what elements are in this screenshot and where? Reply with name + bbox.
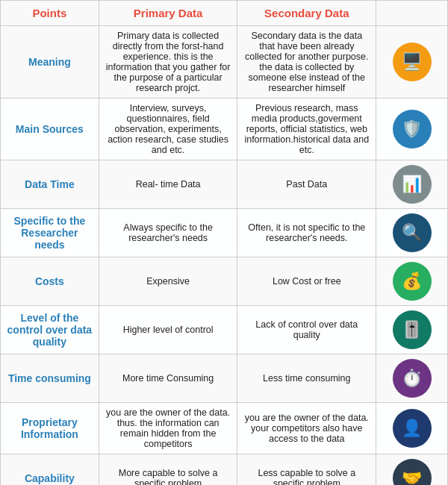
row-icon: 🎚️	[393, 310, 432, 349]
row-icon: 🔍	[393, 213, 432, 252]
cell-primary: Interview, surveys, questionnaires, fiel…	[99, 98, 237, 160]
comparison-table: Points Primary Data Secondary Data Meani…	[0, 0, 448, 485]
cell-icon: 🎚️	[376, 306, 448, 354]
table-row: MeaningPrimary data is collected directl…	[1, 26, 448, 98]
table-row: CapabilityMore capable to solve a specif…	[1, 454, 448, 486]
cell-primary: Higher level of control	[99, 306, 237, 354]
cell-icon: 🤝	[376, 454, 448, 486]
cell-points: Costs	[1, 257, 99, 306]
cell-secondary: Lack of control over data quality	[237, 306, 376, 354]
cell-icon: 👤	[376, 403, 448, 454]
cell-points: Proprietary Information	[1, 403, 99, 454]
cell-icon: 🔍	[376, 209, 448, 257]
cell-primary: Real- time Data	[99, 160, 237, 209]
cell-secondary: Previous research, mass media products,g…	[237, 98, 376, 160]
row-icon: 🖥️	[393, 43, 432, 81]
table-row: Proprietary Informationyou are the owner…	[1, 403, 448, 454]
table-row: Level of the control over data qualityHi…	[1, 306, 448, 354]
table-row: Time consumingMore time ConsumingLess ti…	[1, 354, 448, 403]
header-icon	[376, 1, 448, 26]
cell-icon: 📊	[376, 160, 448, 209]
cell-primary: More time Consuming	[99, 354, 237, 403]
table-row: Main SourcesInterview, surveys, question…	[1, 98, 448, 160]
cell-points: Main Sources	[1, 98, 99, 160]
cell-points: Data Time	[1, 160, 99, 209]
cell-icon: 🛡️	[376, 98, 448, 160]
cell-primary: Primary data is collected directly from …	[99, 26, 237, 98]
cell-secondary: you are the owner of the data. your comp…	[237, 403, 376, 454]
cell-secondary: Low Cost or free	[237, 257, 376, 306]
header-primary: Primary Data	[99, 1, 237, 26]
cell-secondary: Less capable to solve a specific problem	[237, 454, 376, 486]
row-icon: 📊	[393, 165, 432, 204]
cell-points: Capability	[1, 454, 99, 486]
row-icon: 💰	[393, 262, 432, 301]
cell-points: Level of the control over data quality	[1, 306, 99, 354]
table-row: Data TimeReal- time DataPast Data📊	[1, 160, 448, 209]
table-row: CostsExpensiveLow Cost or free💰	[1, 257, 448, 306]
cell-secondary: Past Data	[237, 160, 376, 209]
cell-primary: Expensive	[99, 257, 237, 306]
cell-points: Specific to the Researcher needs	[1, 209, 99, 257]
cell-icon: 🖥️	[376, 26, 448, 98]
cell-icon: 💰	[376, 257, 448, 306]
cell-icon: ⏱️	[376, 354, 448, 403]
cell-points: Meaning	[1, 26, 99, 98]
row-icon: 🤝	[393, 459, 432, 485]
cell-primary: Always specific to the researcher's need…	[99, 209, 237, 257]
header-secondary: Secondary Data	[237, 1, 376, 26]
cell-secondary: Less time consuming	[237, 354, 376, 403]
row-icon: 👤	[393, 409, 432, 448]
row-icon: 🛡️	[393, 110, 432, 148]
cell-secondary: Secondary data is the data that have bee…	[237, 26, 376, 98]
cell-secondary: Often, it is not specific to the researc…	[237, 209, 376, 257]
cell-points: Time consuming	[1, 354, 99, 403]
cell-primary: you are the owner of the data. thus. the…	[99, 403, 237, 454]
cell-primary: More capable to solve a specific problem	[99, 454, 237, 486]
row-icon: ⏱️	[393, 359, 432, 398]
header-points: Points	[1, 1, 99, 26]
table-row: Specific to the Researcher needsAlways s…	[1, 209, 448, 257]
